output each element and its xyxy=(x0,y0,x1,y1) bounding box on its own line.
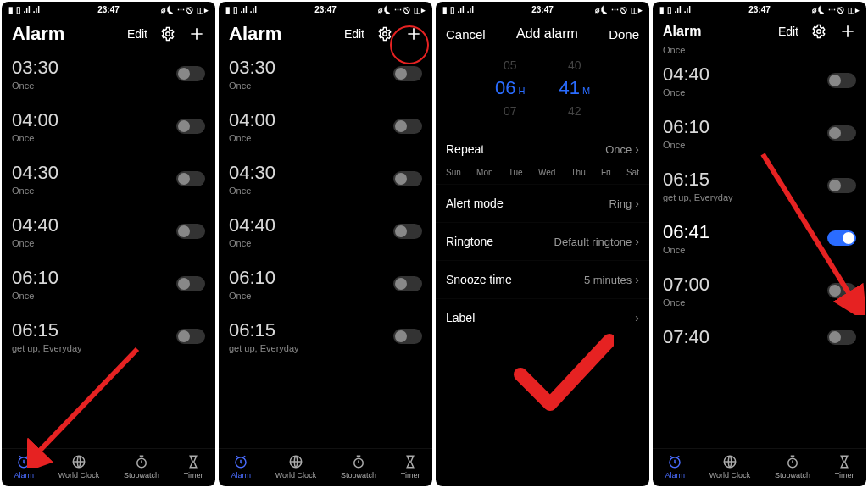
alarm-time: 07:40 xyxy=(663,326,709,348)
snooze-row[interactable]: Snooze time 5 minutes› xyxy=(436,260,649,298)
weekday[interactable]: Sun xyxy=(446,168,461,177)
app-header: Alarm Edit xyxy=(219,18,432,48)
alarm-toggle[interactable] xyxy=(827,230,856,246)
nav-world-clock[interactable]: World Clock xyxy=(275,454,316,480)
nav-world-clock[interactable]: World Clock xyxy=(58,454,99,480)
repeat-label: Repeat xyxy=(446,142,484,156)
alarm-toggle[interactable] xyxy=(393,171,422,186)
alarm-toggle[interactable] xyxy=(176,224,205,239)
alarm-row[interactable]: 04:30Once xyxy=(229,153,422,206)
settings-icon[interactable] xyxy=(159,25,176,42)
alarm-row[interactable]: 06:15get up, Everyday xyxy=(663,160,856,213)
chevron-right-icon: › xyxy=(635,197,639,210)
alarm-toggle[interactable] xyxy=(176,171,205,186)
weekday[interactable]: Wed xyxy=(538,168,555,177)
nav-stopwatch[interactable]: Stopwatch xyxy=(341,454,376,480)
app-header: Alarm Edit xyxy=(653,18,866,43)
hour-next: 07 xyxy=(504,104,517,118)
app-header: Alarm Edit xyxy=(2,18,215,48)
alarm-row[interactable]: 04:40Once xyxy=(663,55,856,108)
nav-world-clock[interactable]: World Clock xyxy=(709,454,750,480)
alarm-toggle[interactable] xyxy=(393,329,422,344)
alarm-row[interactable]: 03:30Once xyxy=(229,48,422,101)
nav-icon xyxy=(186,454,201,469)
alarm-toggle[interactable] xyxy=(176,66,205,81)
alarm-sub: Once xyxy=(663,45,856,55)
edit-button[interactable]: Edit xyxy=(127,27,147,41)
alarm-sub: Once xyxy=(12,238,58,248)
hour-prev: 05 xyxy=(504,58,517,72)
ringtone-row[interactable]: Ringtone Default ringtone› xyxy=(436,222,649,260)
settings-icon[interactable] xyxy=(376,25,393,42)
alarm-row[interactable]: 04:40Once xyxy=(12,206,205,258)
alarm-row[interactable]: 06:15get up, Everyday xyxy=(229,311,422,363)
alarm-toggle[interactable] xyxy=(176,119,205,134)
alarm-toggle[interactable] xyxy=(176,329,205,344)
alarm-toggle[interactable] xyxy=(827,125,856,141)
page-title: Alarm xyxy=(229,23,281,45)
add-alarm-title: Add alarm xyxy=(516,26,578,42)
nav-timer[interactable]: Timer xyxy=(184,454,203,480)
alarm-time: 04:40 xyxy=(12,214,58,236)
nav-icon xyxy=(837,454,852,469)
weekday[interactable]: Fri xyxy=(601,168,611,177)
time-picker[interactable]: 05 06H 07 40 41M 42 xyxy=(436,50,649,130)
alarm-toggle[interactable] xyxy=(393,224,422,239)
edit-button[interactable]: Edit xyxy=(344,27,364,41)
weekday[interactable]: Mon xyxy=(476,168,492,177)
nav-icon xyxy=(403,454,418,469)
alarm-toggle[interactable] xyxy=(393,66,422,81)
nav-icon xyxy=(288,454,303,469)
status-bar: ▮ ▯ .ıl .ıl 23:47 ⌀ ⏾ ⋯ ⎋ ◫▸ xyxy=(2,2,215,18)
alarm-toggle[interactable] xyxy=(827,283,856,298)
alarm-row[interactable]: 04:00Once xyxy=(229,101,422,153)
alarm-row[interactable]: 06:10Once xyxy=(663,108,856,160)
alarm-row[interactable]: 06:15get up, Everyday xyxy=(12,311,205,363)
alarm-toggle[interactable] xyxy=(176,276,205,291)
alarm-row[interactable]: 04:00Once xyxy=(12,101,205,153)
nav-alarm[interactable]: Alarm xyxy=(231,454,251,480)
alarm-row[interactable]: 07:00Once xyxy=(663,265,856,318)
alarm-row[interactable]: 06:10Once xyxy=(12,258,205,311)
alarm-row[interactable]: 03:30Once xyxy=(12,48,205,101)
nav-stopwatch[interactable]: Stopwatch xyxy=(124,454,159,480)
alarm-row[interactable]: 04:30Once xyxy=(12,153,205,206)
repeat-row[interactable]: Repeat Once› xyxy=(436,130,649,168)
header-actions: Edit xyxy=(778,23,856,40)
cancel-button[interactable]: Cancel xyxy=(446,27,486,42)
annotation-checkmark xyxy=(512,332,614,417)
weekday[interactable]: Thu xyxy=(571,168,586,177)
alarm-sub: get up, Everyday xyxy=(229,343,299,353)
add-alarm-icon[interactable] xyxy=(839,23,856,40)
repeat-value: Once xyxy=(605,143,632,156)
alarm-row[interactable]: 04:40Once xyxy=(229,206,422,258)
minute-picker[interactable]: 40 41M 42 xyxy=(559,58,590,118)
alarm-row[interactable]: 07:40 xyxy=(663,318,856,358)
nav-label: World Clock xyxy=(275,471,316,480)
alarm-toggle[interactable] xyxy=(393,119,422,134)
nav-alarm[interactable]: Alarm xyxy=(665,454,685,480)
add-alarm-icon[interactable] xyxy=(188,25,205,42)
done-button[interactable]: Done xyxy=(609,27,639,42)
nav-timer[interactable]: Timer xyxy=(401,454,420,480)
alert-mode-row[interactable]: Alert mode Ring› xyxy=(436,184,649,222)
snooze-value: 5 minutes xyxy=(584,274,632,286)
alarm-toggle[interactable] xyxy=(393,276,422,291)
alarm-sub: Once xyxy=(12,80,58,91)
weekday[interactable]: Tue xyxy=(509,168,523,177)
add-alarm-icon[interactable] xyxy=(405,25,422,42)
alarm-toggle[interactable] xyxy=(827,330,856,345)
alarm-row[interactable]: 06:10Once xyxy=(229,258,422,311)
nav-stopwatch[interactable]: Stopwatch xyxy=(775,454,810,480)
hour-picker[interactable]: 05 06H 07 xyxy=(495,58,525,118)
nav-alarm[interactable]: Alarm xyxy=(14,454,34,480)
alarm-toggle[interactable] xyxy=(827,178,856,193)
edit-button[interactable]: Edit xyxy=(778,25,798,38)
nav-timer[interactable]: Timer xyxy=(835,454,854,480)
settings-icon[interactable] xyxy=(810,23,827,40)
alarm-toggle[interactable] xyxy=(827,73,856,88)
weekday[interactable]: Sat xyxy=(626,168,639,177)
label-row[interactable]: Label › xyxy=(436,298,649,336)
alarm-row[interactable]: 06:41Once xyxy=(663,213,856,265)
ringtone-value: Default ringtone xyxy=(554,236,632,248)
